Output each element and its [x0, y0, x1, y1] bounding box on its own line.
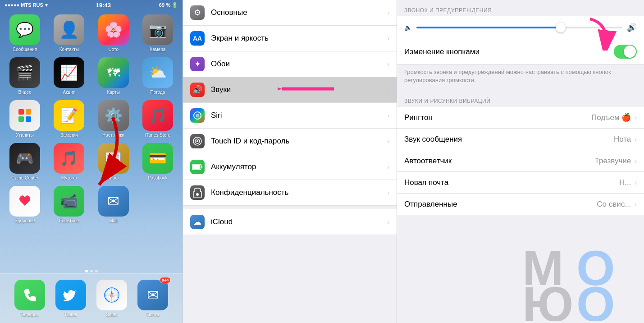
wallpaper-icon: ✦: [190, 57, 205, 71]
icloud-label: iCloud: [211, 217, 387, 226]
stocks-label: Акции: [63, 90, 75, 95]
newmail-label: Новая почта: [404, 178, 619, 187]
gamecenter-label: Game Center: [11, 175, 38, 180]
music-icon: 🎵: [54, 143, 84, 174]
wallpaper-label: Обои: [211, 60, 387, 69]
safari-icon: [96, 280, 127, 310]
photos-icon: 🌸: [98, 14, 129, 45]
settings-item-battery[interactable]: Аккумулятор ›: [183, 154, 397, 180]
videos-label: Видео: [18, 90, 32, 95]
mail-badge: 944: [160, 277, 171, 283]
settings-label: Настройки: [102, 133, 124, 138]
dock: Телефон Twitter Safari ✉ 944 Почта: [0, 273, 183, 323]
sounds-pink-arrow: [278, 78, 336, 102]
toggle-switch[interactable]: [614, 45, 637, 59]
app-weather[interactable]: ⛅ Погода: [138, 57, 177, 95]
sounds-chevron: ›: [387, 86, 389, 93]
maps-icon: 🗺: [98, 57, 129, 88]
icloud-icon: ☁: [190, 215, 205, 229]
utilities-label: Утилиты: [16, 133, 34, 138]
itunes-label: iTunes Store: [145, 133, 170, 138]
dock-twitter[interactable]: Twitter: [55, 280, 86, 317]
dot-1: [85, 270, 88, 272]
app-gamecenter[interactable]: 🎮 Game Center: [5, 143, 44, 180]
weather-label: Погода: [150, 90, 165, 95]
notes-icon: 📝: [54, 100, 84, 131]
dock-safari[interactable]: Safari: [96, 280, 127, 317]
sounds-item-sentmail[interactable]: Отправленные Со свис... ›: [397, 194, 644, 215]
voicemail-label: Автоответчик: [404, 157, 595, 166]
utilities-icon: [9, 100, 40, 131]
watermark: М О Ю О: [518, 240, 644, 323]
svg-point-14: [196, 114, 199, 117]
svg-text:М: М: [522, 240, 564, 295]
app-contacts[interactable]: 👤 Контакты: [50, 14, 88, 52]
sentmail-label: Отправленные: [404, 200, 597, 209]
settings-item-icloud[interactable]: ☁ iCloud ›: [183, 209, 397, 235]
sounds-item-newmail[interactable]: Новая почта Н... ›: [397, 172, 644, 194]
display-label: Экран и яркость: [211, 34, 387, 43]
general-icon: ⚙: [190, 5, 205, 20]
app-notes[interactable]: 📝 Заметки: [50, 100, 88, 138]
app-settings[interactable]: ⚙️ Настройки: [94, 100, 133, 138]
settings-item-sounds[interactable]: 🔊 Звуки ›: [183, 77, 397, 103]
app-passbook[interactable]: 💳 Passbook: [138, 143, 177, 180]
sounds-icon: 🔊: [190, 83, 205, 97]
app-music[interactable]: 🎵 Музыка: [50, 143, 88, 180]
touchid-icon: [190, 134, 205, 148]
touchid-label: Touch ID и код-пароль: [211, 137, 387, 146]
sounds-item-ringtone[interactable]: Рингтон Подъем 🍎 ›: [397, 107, 644, 129]
app-itunes[interactable]: 🎵 iTunes Store: [138, 100, 177, 138]
dock-phone[interactable]: Телефон: [14, 280, 45, 317]
app-videos[interactable]: 🎬 Видео: [5, 57, 44, 95]
sounds-item-voicemail[interactable]: Автоответчик Трезвучие ›: [397, 150, 644, 172]
privacy-chevron: ›: [387, 189, 389, 196]
app-health[interactable]: Здоровье: [5, 186, 44, 223]
app-mail[interactable]: ✉ Mail: [94, 186, 133, 223]
itunes-icon: 🎵: [142, 100, 173, 131]
volume-slider-fill: [416, 27, 561, 28]
homescreen-panel: ●●●●● MTS RUS ▾ 19:43 69 % 🔋 💬 Сообщения…: [0, 0, 183, 323]
volume-slider-thumb[interactable]: [556, 23, 566, 32]
contacts-icon: 👤: [54, 14, 84, 45]
app-kiosk[interactable]: 📰 Киоск: [94, 143, 133, 180]
app-messages[interactable]: 💬 Сообщения: [5, 14, 44, 52]
message-sound-label: Звук сообщения: [404, 135, 614, 144]
messages-icon: 💬: [9, 14, 40, 45]
svg-rect-3: [26, 116, 31, 122]
svg-text:Ю: Ю: [522, 276, 573, 321]
dock-mail-icon: ✉: [137, 280, 168, 310]
settings-item-privacy[interactable]: Конфиденциальность ›: [183, 180, 397, 206]
app-maps[interactable]: 🗺 Карты: [94, 57, 133, 95]
twitter-label: Twitter: [64, 312, 77, 317]
section-separator: [183, 206, 397, 209]
dock-mail[interactable]: ✉ 944 Почта: [137, 280, 168, 317]
sounds-settings-panel: ЗВОНОК И ПРЕДУПРЕЖДЕНИЯ 🔈 🔊 Изменение кн…: [397, 0, 644, 323]
passbook-label: Passbook: [148, 175, 168, 180]
privacy-label: Конфиденциальность: [211, 188, 387, 197]
ringtone-value: Подъем 🍎: [591, 113, 631, 122]
icloud-chevron: ›: [387, 218, 389, 226]
siri-label: Siri: [211, 111, 387, 120]
passbook-icon: 💳: [142, 143, 173, 174]
settings-item-touchid[interactable]: Touch ID и код-пароль ›: [183, 129, 397, 154]
settings-item-display[interactable]: AA Экран и яркость ›: [183, 26, 397, 51]
contacts-label: Контакты: [59, 47, 79, 52]
app-photos[interactable]: 🌸 Фото: [94, 14, 133, 52]
settings-item-wallpaper[interactable]: ✦ Обои ›: [183, 51, 397, 77]
touchid-chevron: ›: [387, 138, 389, 145]
settings-list: ⚙ Основные › AA Экран и яркость › ✦ Обои…: [183, 0, 397, 235]
battery-label: Аккумулятор: [211, 162, 387, 171]
battery-icon: [190, 160, 205, 174]
messages-label: Сообщения: [13, 47, 37, 52]
app-stocks[interactable]: 📈 Акции: [50, 57, 88, 95]
mail-label: Mail: [109, 218, 117, 223]
sounds-item-message[interactable]: Звук сообщения Нота ›: [397, 129, 644, 150]
dot-2: [90, 270, 93, 272]
app-camera[interactable]: 📷 Камера: [138, 14, 177, 52]
settings-item-siri[interactable]: Siri ›: [183, 103, 397, 129]
app-facetime[interactable]: 📹 FaceTime: [50, 186, 88, 223]
app-utilities[interactable]: Утилиты: [5, 100, 44, 138]
toggle-row-buttons[interactable]: Изменение кнопками: [397, 39, 644, 65]
settings-item-general[interactable]: ⚙ Основные ›: [183, 0, 397, 26]
